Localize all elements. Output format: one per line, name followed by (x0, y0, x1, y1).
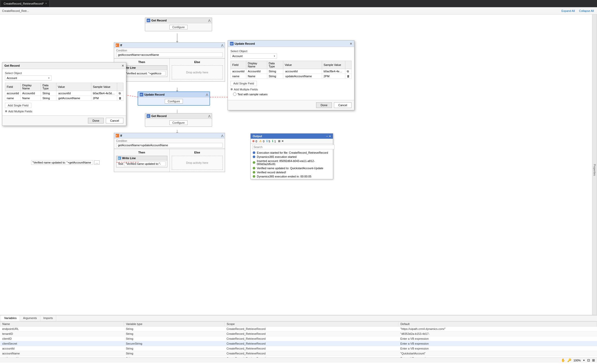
if-1-condition: Condition getAccountName=accountName (114, 48, 225, 58)
properties-panel-label: Properties (592, 14, 597, 315)
if-1-label: If (120, 44, 122, 47)
get-record-row-1: accountid AccountId String b0acf8e4-4e3d… (5, 91, 123, 96)
ur-value-input-2[interactable] (285, 74, 320, 78)
update-record-add-field[interactable]: Add Single Field (230, 81, 257, 86)
if-1-drop-zone[interactable]: Drop activity here (172, 65, 223, 79)
output-title: Output (253, 135, 262, 138)
ur-value-1[interactable] (283, 69, 322, 74)
gr-copy-1[interactable]: ⧉ (119, 92, 121, 95)
var-default-1[interactable]: "d8353d2a-b153-4d17- (398, 331, 597, 336)
output-clear-icon[interactable]: ✕ (281, 140, 284, 143)
var-name-3: clientSecret (0, 341, 124, 346)
tab-variables[interactable]: Variables (1, 315, 20, 321)
gr-value-1[interactable] (56, 91, 91, 96)
var-default-3[interactable]: Enter a VB expression (398, 341, 597, 346)
var-default-5[interactable]: "QuickstartAccount" (398, 351, 597, 356)
output-minimize[interactable]: ─ (326, 135, 328, 138)
var-type-4: String (124, 346, 224, 351)
layout-icon[interactable]: ⊞ (592, 358, 595, 362)
verified-text-input[interactable] (31, 160, 93, 165)
if-2-drop-zone[interactable]: Drop activity here (172, 156, 223, 170)
update-record-fields-table: Field Display Name Data Type Value Sampl… (230, 61, 352, 79)
get-record-cancel-btn[interactable]: Cancel (106, 118, 123, 123)
get-record-select-wrapper: Account (5, 75, 51, 81)
col-type: Data Type (41, 83, 56, 91)
variables-table-wrapper: Name Variable type Scope Default endpoin… (0, 321, 597, 358)
zoom-dropdown-top[interactable]: ▼ (583, 359, 585, 362)
tab-imports[interactable]: Imports (40, 315, 56, 321)
update-record-select-wrapper: Account (230, 53, 277, 59)
canvas-input-btn[interactable]: … (94, 160, 100, 165)
get-record-top-configure[interactable]: Configure (169, 25, 188, 29)
get-record-mid-label: Get Record (151, 114, 167, 118)
msg-3-icon (253, 167, 255, 169)
output-messages: Execution started for file: CreateRecord… (251, 150, 333, 179)
gr-display-2: Name (21, 96, 41, 101)
fit-icon[interactable]: ⊡ (587, 358, 590, 362)
collapse-all-button[interactable]: Collapse All (578, 9, 595, 13)
get-record-top-label: Get Record (151, 19, 167, 22)
var-scope-4: CreateRecord_RetrieveRecord (225, 346, 398, 351)
update-record-add-multi[interactable]: ⊕ Add Multiple Fields (230, 88, 258, 91)
workflow-title: CreateRecord_Retr... (2, 9, 29, 12)
gr-value-2[interactable] (56, 96, 91, 101)
if-2-then-branch: Then W Write Line Text "Verified name up… (114, 149, 170, 172)
expand-all-button[interactable]: Expand All (561, 9, 576, 13)
update-record-header: UI Update Record ⋀ (138, 92, 210, 97)
get-record-mid-collapse[interactable]: ⋀ (208, 115, 210, 118)
get-record-add-multi[interactable]: ⊕ Add Multiple Fields (5, 110, 32, 113)
ur-value-2[interactable] (283, 74, 322, 79)
get-record-mid-configure[interactable]: Configure (169, 120, 188, 125)
get-record-select[interactable]: Account (5, 75, 51, 81)
ur-delete-1[interactable]: 🗑 (347, 75, 350, 78)
if-2-branches: Then W Write Line Text "Verified name up… (114, 149, 225, 172)
var-name-2: clientID (0, 336, 124, 341)
col-actions (117, 83, 123, 91)
get-record-top-collapse[interactable]: ⋀ (208, 19, 210, 22)
var-type-5: String (124, 351, 224, 356)
svg-text:if: if (116, 135, 117, 137)
add-multi-icon: ⊕ (5, 110, 7, 113)
tab-close-button[interactable]: × (45, 2, 47, 5)
output-close[interactable]: × (329, 135, 331, 138)
output-filter-icon[interactable]: ⊞ (278, 140, 280, 143)
ur-value-input-1[interactable] (285, 69, 320, 73)
var-default-0[interactable]: "https://uipath.crm4.dynamics.com/" (398, 327, 597, 331)
tab-create-record[interactable]: CreateRecord_RetrieveRecord* × (1, 1, 50, 7)
get-record-dialog-close[interactable]: × (122, 64, 124, 68)
ur-field-2: name (231, 74, 246, 79)
update-record-cancel-btn[interactable]: Cancel (334, 102, 352, 108)
var-scope-1: CreateRecord_RetrieveRecord (225, 331, 398, 336)
update-record-dialog-actions: Done Cancel (228, 100, 354, 110)
zoom-level-top: 100% (573, 359, 581, 362)
update-record-configure[interactable]: Configure (165, 99, 183, 104)
output-ok-count: 1 (274, 140, 276, 143)
get-record-done-btn[interactable]: Done (88, 118, 103, 123)
if-2-collapse[interactable]: ⋀ (221, 134, 223, 137)
gr-value-input-2[interactable] (58, 96, 89, 100)
write-line-2-input[interactable]: "Verified name updated to:"- (124, 161, 165, 166)
var-default-4[interactable]: Enter a VB expression (398, 346, 597, 351)
var-default-2[interactable]: Enter a VB expression (398, 336, 597, 341)
update-record-dialog-close[interactable]: × (350, 42, 352, 46)
ur-copy-1[interactable]: ⧉ (347, 70, 349, 73)
update-record-done-btn[interactable]: Done (316, 102, 332, 108)
msg-4-icon (253, 171, 255, 174)
if-1-collapse[interactable]: ⋀ (221, 44, 223, 47)
tab-arguments[interactable]: Arguments (20, 315, 40, 321)
if-1-icon: if (116, 43, 119, 47)
var-name-4: accountId (0, 346, 124, 351)
test-sample-radio[interactable] (233, 92, 236, 96)
write-line-2-field: Text "Verified name updated to:"- (116, 160, 167, 167)
update-record-collapse[interactable]: ⋀ (206, 93, 208, 96)
workflow-canvas[interactable]: UI Get Record ⋀ Configure if If ⋀ (0, 14, 597, 315)
output-search-input[interactable] (252, 145, 334, 149)
gr-value-input-1[interactable] (58, 91, 89, 95)
write-line-1-input[interactable]: "Verified account: "+getAcco (124, 71, 165, 76)
tab-label: CreateRecord_RetrieveRecord* (4, 2, 44, 5)
update-record-select[interactable]: Account (230, 53, 277, 59)
gr-delete-1[interactable]: 🗑 (119, 97, 122, 100)
gr-sample-2: 2PM (91, 96, 117, 101)
update-record-dialog-body: Select Object Account Field Display Name… (228, 47, 354, 100)
get-record-add-field[interactable]: Add Single Field (5, 103, 31, 108)
